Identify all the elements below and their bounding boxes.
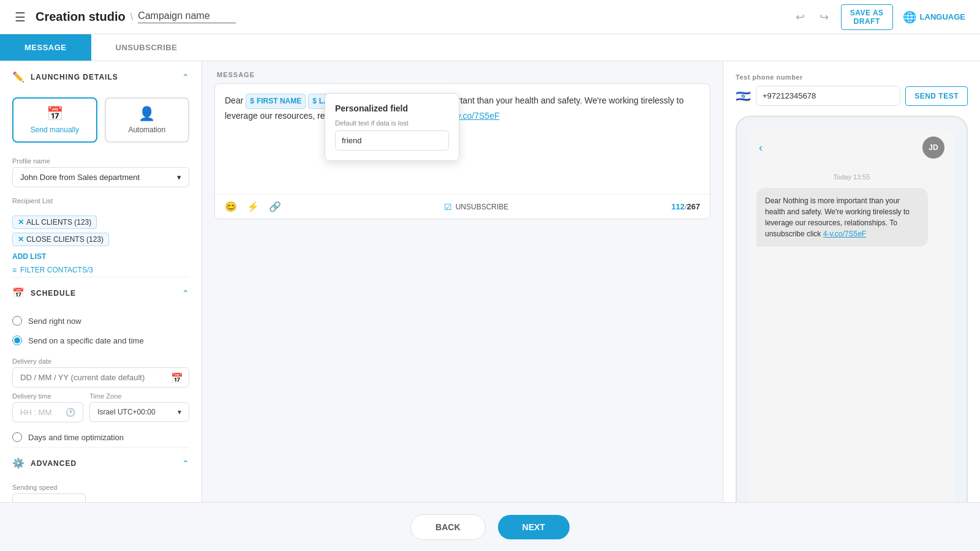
timezone-label: Time Zone <box>89 392 189 400</box>
calendar-picker-icon[interactable]: 📅 <box>171 372 183 383</box>
sidebar: ✏️ LAUNCHING DETAILS ⌃ 📅 Send manually 👤… <box>0 61 202 551</box>
top-tabs: MESSAGE UNSUBSCRIBE <box>0 34 980 61</box>
editor-content-area[interactable]: Dear $ FIRST NAME $ LAST NAM ✕ . Nothing… <box>215 84 710 194</box>
schedule-icon: 📅 <box>12 287 24 299</box>
tab-unsubscribe[interactable]: UNSUBSCRIBE <box>91 34 202 61</box>
add-list-link[interactable]: ADD LIST <box>0 250 202 263</box>
breadcrumb-separator: \ <box>130 12 133 23</box>
send-now-radio[interactable] <box>12 316 22 326</box>
dollar-icon-2: $ <box>312 96 317 107</box>
filter-icon: ≡ <box>12 266 17 274</box>
undo-button[interactable]: ↩ <box>793 8 807 26</box>
delivery-date-group: Delivery date 📅 <box>0 353 202 392</box>
back-button[interactable]: BACK <box>410 514 485 540</box>
schedule-options: Send right now Send on a specific date a… <box>0 309 202 353</box>
delivery-time-group: Delivery time HH : MM 🕐 <box>12 392 83 422</box>
phone-flag-icon: 🇮🇱 <box>736 89 751 103</box>
message-text-before: Dear <box>225 96 246 105</box>
main-layout: ✏️ LAUNCHING DETAILS ⌃ 📅 Send manually 👤… <box>0 61 980 551</box>
advanced-title: ADVANCED <box>31 459 77 468</box>
editor-icons: 😊 ⚡ 🔗 <box>225 201 281 212</box>
filter-contacts-link[interactable]: ≡ FILTER CONTACTS/3 <box>0 263 202 277</box>
message-timestamp: Today 13:55 <box>756 173 947 181</box>
redo-button[interactable]: ↪ <box>817 8 831 26</box>
launching-details-title: LAUNCHING DETAILS <box>31 73 118 81</box>
personalized-field-popup[interactable]: Personalized field Default text if data … <box>325 93 459 161</box>
days-optimization-option[interactable]: Days and time optimization <box>0 427 202 447</box>
test-phone-label: Test phone number <box>736 73 968 81</box>
popup-title: Personalized field <box>335 103 449 113</box>
next-button[interactable]: NEXT <box>498 515 570 539</box>
remove-all-clients-button[interactable]: ✕ <box>18 218 24 227</box>
bottom-bar: BACK NEXT <box>0 502 980 551</box>
schedule-chevron-icon: ⌃ <box>182 288 189 298</box>
message-editor[interactable]: Dear $ FIRST NAME $ LAST NAM ✕ . Nothing… <box>214 83 710 219</box>
delivery-time-input[interactable]: HH : MM 🕐 <box>12 402 83 422</box>
message-section-label: MESSAGE <box>202 61 723 83</box>
popup-default-text-input[interactable] <box>335 130 449 151</box>
checkbox-icon: ☑ <box>444 202 452 212</box>
chevron-up-icon: ⌃ <box>182 72 189 82</box>
campaign-name-input[interactable]: Campaign name <box>138 10 236 23</box>
edit-icon: ✏️ <box>12 71 24 83</box>
char-count: 112/267 <box>671 202 700 211</box>
send-modes: 📅 Send manually 👤 Automation <box>0 92 202 152</box>
recipient-list-label: Recipient List <box>12 197 189 204</box>
remove-close-clients-button[interactable]: ✕ <box>18 235 24 244</box>
header: ☰ Creation studio \ Campaign name ↩ ↪ SA… <box>0 0 980 34</box>
popup-default-text-label: Default text if data is lost <box>335 119 449 127</box>
unsubscribe-checkbox-group[interactable]: ☑ UNSUBSCRIBE <box>444 202 509 212</box>
time-zone-row: Delivery time HH : MM 🕐 Time Zone Israel… <box>0 392 202 427</box>
launching-details-header[interactable]: ✏️ LAUNCHING DETAILS ⌃ <box>0 61 202 92</box>
clock-icon: 🕐 <box>66 408 75 417</box>
delivery-date-input[interactable] <box>12 367 189 388</box>
phone-mockup: ‹ JD Today 13:55 Dear Nothing is more im… <box>736 116 968 539</box>
chevron-down-icon: ▾ <box>177 173 181 182</box>
timezone-select[interactable]: Israel UTC+00:00 ▾ <box>89 402 189 422</box>
phone-back-icon[interactable]: ‹ <box>759 141 763 154</box>
delivery-date-label: Delivery date <box>12 358 189 365</box>
phone-number-input[interactable] <box>756 86 900 106</box>
send-right-now-option[interactable]: Send right now <box>12 311 189 331</box>
days-opt-radio[interactable] <box>12 432 22 442</box>
editor-footer: 😊 ⚡ 🔗 ☑ UNSUBSCRIBE 112/267 <box>215 194 710 219</box>
right-panel: Test phone number 🇮🇱 SEND TEST ‹ JD Toda… <box>723 61 980 551</box>
recipient-tag-all: ✕ ALL CLIENTS (123) <box>12 216 97 229</box>
gear-icon: ⚙️ <box>12 457 24 469</box>
send-test-button[interactable]: SEND TEST <box>905 86 968 106</box>
calendar-icon: 📅 <box>47 106 63 122</box>
phone-topbar: ‹ JD <box>749 129 954 166</box>
app-title: Creation studio <box>36 10 126 24</box>
send-specific-time-option[interactable]: Send on a specific date and time <box>12 331 189 350</box>
personalize-icon[interactable]: ⚡ <box>247 201 259 212</box>
language-button[interactable]: 🌐 LANGUAGE <box>903 10 965 24</box>
phone-row: 🇮🇱 SEND TEST <box>736 86 968 106</box>
advanced-header[interactable]: ⚙️ ADVANCED ⌃ <box>0 448 202 479</box>
schedule-title: SCHEDULE <box>31 289 76 298</box>
header-actions: ↩ ↪ SAVE ASDRAFT 🌐 LANGUAGE <box>793 4 965 30</box>
person-icon: 👤 <box>138 106 155 122</box>
save-draft-button[interactable]: SAVE ASDRAFT <box>841 4 893 30</box>
center-content: MESSAGE Dear $ FIRST NAME $ LAST NAM ✕ .… <box>202 61 723 551</box>
preview-link[interactable]: 4-v.co/7S5eF <box>823 230 866 238</box>
tz-chevron-icon: ▾ <box>178 408 181 416</box>
profile-name-group: Profile name John Dore from Sales depart… <box>0 152 202 192</box>
automation-button[interactable]: 👤 Automation <box>105 97 190 143</box>
schedule-header[interactable]: 📅 SCHEDULE ⌃ <box>0 277 202 309</box>
send-specific-radio[interactable] <box>12 335 22 345</box>
link-icon[interactable]: 🔗 <box>269 201 281 212</box>
dollar-icon: $ <box>250 96 254 107</box>
emoji-icon[interactable]: 😊 <box>225 201 237 212</box>
globe-icon: 🌐 <box>903 10 916 24</box>
avatar: JD <box>922 137 944 159</box>
timezone-group: Time Zone Israel UTC+00:00 ▾ <box>89 392 189 422</box>
sending-speed-label: Sending speed <box>12 484 189 491</box>
send-manually-button[interactable]: 📅 Send manually <box>12 97 97 143</box>
menu-icon[interactable]: ☰ <box>15 10 26 24</box>
tab-message[interactable]: MESSAGE <box>0 34 91 61</box>
profile-name-select[interactable]: John Dore from Sales department ▾ <box>12 167 189 187</box>
advanced-chevron-icon: ⌃ <box>182 459 189 468</box>
recipient-tag-close: ✕ CLOSE CLIENTS (123) <box>12 233 109 246</box>
recipient-list-group: Recipient List <box>0 192 202 212</box>
first-name-tag[interactable]: $ FIRST NAME <box>246 94 306 109</box>
